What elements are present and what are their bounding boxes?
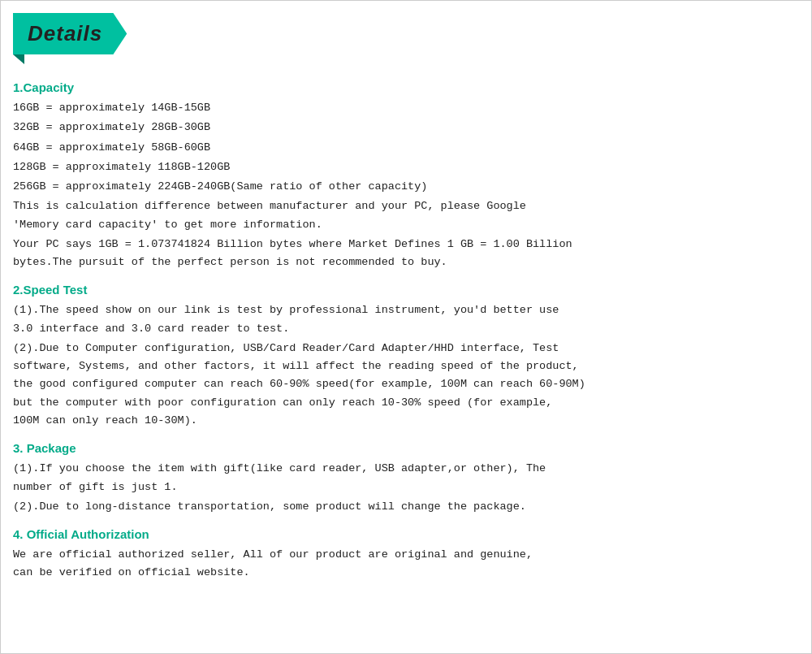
paragraph: This is calculation difference between m… [13,197,799,234]
paragraph: We are official authorized seller, All o… [13,546,799,583]
paragraph: Your PC says 1GB = 1.073741824 Billion b… [13,236,799,272]
paragraph: (2).Due to long-distance transportation,… [13,498,799,516]
section-heading-official-authorization: 4. Official Authorization [13,527,799,541]
section-speed-test: 2.Speed Test(1).The speed show on our li… [13,283,799,430]
section-capacity: 1.Capacity16GB = approximately 14GB-15GB… [13,80,799,271]
section-content-official-authorization: We are official authorized seller, All o… [13,546,799,583]
banner-corner [13,54,24,64]
sections-container: 1.Capacity16GB = approximately 14GB-15GB… [13,80,799,583]
banner-shape: Details [13,13,127,54]
paragraph: (1).If you choose the item with gift(lik… [13,460,799,496]
paragraph: 128GB = approximately 118GB-120GB [13,158,799,176]
section-heading-package: 3. Package [13,441,799,455]
section-content-capacity: 16GB = approximately 14GB-15GB32GB = app… [13,99,799,271]
section-content-speed-test: (1).The speed show on our link is test b… [13,301,799,430]
paragraph: 16GB = approximately 14GB-15GB [13,99,799,117]
details-banner: Details [13,13,127,54]
section-official-authorization: 4. Official AuthorizationWe are official… [13,527,799,583]
section-heading-speed-test: 2.Speed Test [13,283,799,297]
paragraph: 64GB = approximately 58GB-60GB [13,139,799,157]
banner-title: Details [28,21,102,45]
section-package: 3. Package(1).If you choose the item wit… [13,441,799,516]
page-wrapper: Details 1.Capacity16GB = approximately 1… [0,0,812,654]
paragraph: (2).Due to Computer configuration, USB/C… [13,340,799,430]
paragraph: 256GB = approximately 224GB-240GB(Same r… [13,178,799,196]
paragraph: 32GB = approximately 28GB-30GB [13,119,799,136]
section-content-package: (1).If you choose the item with gift(lik… [13,460,799,516]
section-heading-capacity: 1.Capacity [13,80,799,94]
paragraph: (1).The speed show on our link is test b… [13,301,799,338]
